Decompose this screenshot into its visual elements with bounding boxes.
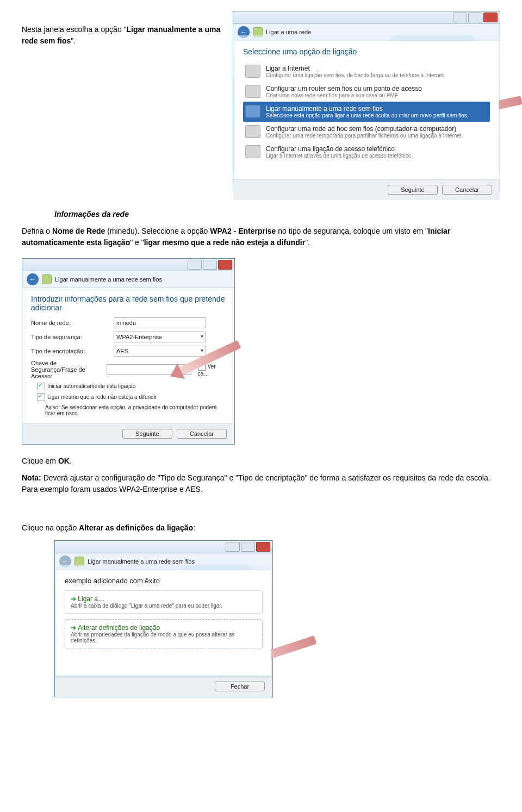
- back-icon[interactable]: ←: [27, 273, 39, 285]
- option-dialup[interactable]: Configurar uma ligação de acesso telefón…: [243, 142, 490, 162]
- router-icon: [245, 85, 260, 98]
- next-button[interactable]: Seguinte: [388, 185, 438, 195]
- checkbox-auto-connect[interactable]: Iniciar automaticamente esta ligação: [38, 383, 135, 390]
- cancel-button[interactable]: Cancelar: [177, 429, 227, 439]
- option-router[interactable]: Configurar um router sem fios ou um pont…: [243, 82, 490, 102]
- option-internet[interactable]: Ligar à InternetConfigurar uma ligação s…: [243, 61, 490, 82]
- label-encryption-type: Tipo de encriptação:: [31, 348, 107, 354]
- intro-paragraph-2: Defina o Nome de Rede (minedu). Seleccio…: [22, 226, 500, 248]
- click-ok-text: Clique em OK.: [22, 455, 500, 467]
- option-title: Ligar à Internet: [266, 65, 445, 72]
- titlebar: [233, 11, 500, 24]
- label-network-name: Nome de rede:: [31, 320, 107, 326]
- option-subtitle: Ligar à Internet através de uma ligação …: [266, 153, 413, 159]
- titlebar: [55, 541, 272, 553]
- option-title: Configurar um router sem fios ou um pont…: [266, 85, 422, 92]
- label-security-type: Tipo de segurança:: [31, 334, 107, 340]
- option-manual-wifi[interactable]: Ligar manualmente a uma rede sem fiosSel…: [243, 102, 490, 122]
- nav-row: ← Ligar manualmente a uma rede sem fios: [22, 271, 234, 288]
- minimize-button[interactable]: [188, 260, 202, 270]
- option-subtitle: Configurar uma rede temporária para part…: [266, 133, 463, 139]
- option-change-settings[interactable]: Alterar definições de ligação Abrir as p…: [65, 619, 263, 648]
- option-subtitle: Criar uma nova rede sem fios para a sua …: [266, 92, 422, 98]
- dialog-footer: Fechar: [55, 676, 272, 697]
- warning-text: Aviso: Se seleccionar esta opção, a priv…: [45, 404, 226, 416]
- cancel-button[interactable]: Cancelar: [442, 185, 492, 195]
- maximize-button[interactable]: [203, 260, 217, 270]
- nav-title: Ligar manualmente a uma rede sem fios: [88, 558, 195, 565]
- select-security-type[interactable]: WPA2-Enterprise: [114, 332, 206, 342]
- minimize-button[interactable]: [226, 542, 240, 552]
- dialog-footer: Seguinte Cancelar: [22, 423, 234, 444]
- minimize-button[interactable]: [453, 13, 467, 22]
- success-message: exemplo adicionado com êxito: [65, 577, 263, 585]
- globe-icon: [245, 65, 260, 78]
- option-adhoc[interactable]: Configurar uma rede ad hoc sem fios (com…: [243, 122, 490, 142]
- wifi-info-dialog: ← Ligar manualmente a uma rede sem fios …: [22, 258, 235, 445]
- option-subtitle: Abrir a caixa de diálogo "Ligar a uma re…: [71, 603, 257, 609]
- option-title: Alterar definições de ligação: [71, 624, 257, 632]
- nav-title: Ligar a uma rede: [266, 29, 311, 35]
- input-network-name[interactable]: minedu: [114, 317, 206, 328]
- titlebar: [22, 259, 234, 271]
- wizard-icon: [42, 274, 52, 284]
- maximize-button[interactable]: [241, 542, 255, 552]
- close-dialog-button[interactable]: Fechar: [215, 682, 265, 691]
- phone-icon: [245, 145, 260, 158]
- dialog-footer: Seguinte Cancelar: [233, 179, 500, 200]
- added-success-dialog: ← Ligar manualmente a uma rede sem fios …: [54, 540, 273, 697]
- next-button[interactable]: Seguinte: [122, 429, 172, 439]
- select-encryption-type[interactable]: AES: [114, 346, 206, 357]
- option-title: Ligar a…: [71, 595, 257, 603]
- dialog-prompt: Introduzir informações para a rede sem f…: [31, 295, 226, 312]
- close-button[interactable]: [483, 13, 498, 22]
- adhoc-icon: [245, 125, 260, 138]
- option-subtitle: Abrir as propriedades da ligação de modo…: [71, 632, 257, 644]
- option-connect-to[interactable]: Ligar a… Abrir a caixa de diálogo "Ligar…: [65, 590, 263, 614]
- nav-title: Ligar manualmente a uma rede sem fios: [55, 276, 162, 283]
- close-button[interactable]: [256, 542, 270, 552]
- note-text: Nota: Deverá ajustar a configuração de "…: [22, 472, 500, 495]
- close-button[interactable]: [218, 260, 232, 270]
- checkbox-connect-not-broadcasting[interactable]: Ligar mesmo que a rede não esteja a difu…: [38, 393, 157, 401]
- label-security-key: Chave de Segurança/Frase de Acesso:: [31, 360, 100, 379]
- dialog-prompt: Seleccione uma opção de ligação: [243, 47, 490, 56]
- option-title: Configurar uma ligação de acesso telefón…: [266, 145, 413, 153]
- maximize-button[interactable]: [468, 13, 482, 22]
- monitor-icon: [245, 105, 260, 118]
- option-title: Configurar uma rede ad hoc sem fios (com…: [266, 125, 463, 133]
- option-title: Ligar manualmente a uma rede sem fios: [266, 105, 468, 113]
- connect-network-dialog: ← Ligar a uma rede Seleccione uma opção …: [233, 11, 500, 191]
- click-alter-text: Clique na opção Alterar as definições da…: [22, 522, 500, 534]
- option-subtitle: Configurar uma ligação sem fios, de band…: [266, 72, 445, 78]
- option-subtitle: Seleccione esta opção para ligar a uma r…: [266, 113, 468, 118]
- section-heading: Informações da rede: [54, 210, 129, 218]
